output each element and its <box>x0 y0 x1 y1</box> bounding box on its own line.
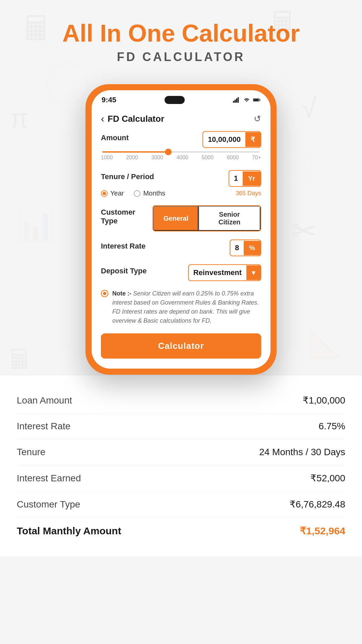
interest-rate-label: Interest Rate <box>101 242 145 251</box>
deposit-type-chevron-icon: ▾ <box>246 265 260 280</box>
result-loan-amount: Loan Amount ₹1,00,000 <box>17 387 345 414</box>
results-section: Loan Amount ₹1,00,000 Interest Rate 6.75… <box>0 375 362 556</box>
senior-citizen-button[interactable]: Senior Citizen <box>198 206 260 231</box>
tenure-radio-group: Year Months 365 Days <box>101 190 261 197</box>
tenure-unit: Yr <box>243 171 260 186</box>
svg-rect-11 <box>235 100 236 103</box>
header: All In One Calculator FD CALCULATOR <box>0 0 362 74</box>
result-interest-rate-label: Interest Rate <box>17 421 70 432</box>
back-button[interactable]: ‹ FD Calculator <box>101 113 164 124</box>
tenure-value: 1 <box>229 171 243 186</box>
svg-rect-10 <box>233 101 234 103</box>
svg-rect-17 <box>260 100 260 101</box>
tenure-field-row: Tenure / Period 1 Yr Year <box>101 170 261 197</box>
result-customer-type: Customer Type ₹6,76,829.48 <box>17 491 345 518</box>
general-button[interactable]: General <box>153 206 198 231</box>
app-content: ‹ FD Calculator ↺ Amount 10,00,000 ₹ <box>92 107 270 369</box>
phone-notch <box>165 96 185 104</box>
refresh-button[interactable]: ↺ <box>254 114 261 124</box>
deposit-type-row: Deposit Type Reinvestment ▾ <box>101 264 261 281</box>
note-box: Note :- Senior Citizen will earn 0.25% t… <box>101 289 261 325</box>
loan-amount-label: Loan Amount <box>17 395 72 406</box>
app-title: All In One Calculator <box>13 20 349 47</box>
interest-rate-row: Interest Rate 8 % <box>101 239 261 256</box>
loan-amount-value: ₹1,00,000 <box>303 395 345 406</box>
wifi-icon <box>243 96 250 104</box>
result-total-label: Total Manthly Amount <box>17 525 121 537</box>
amount-field-row: Amount 10,00,000 ₹ 1000 <box>101 131 261 162</box>
result-customer-type-value: ₹6,76,829.48 <box>290 499 345 510</box>
result-tenure-label: Tenure <box>17 447 46 458</box>
calculate-button[interactable]: Calculator <box>101 333 261 359</box>
status-icons <box>233 96 260 104</box>
signal-icon <box>233 96 240 104</box>
amount-slider[interactable]: 1000 2000 3000 4000 5000 6000 70+ <box>101 148 261 162</box>
phone-inner-screen: 9:45 <box>92 90 270 369</box>
result-total-value: ₹1,52,964 <box>300 525 345 537</box>
nav-title: FD Calculator <box>108 114 164 124</box>
svg-point-14 <box>246 101 247 102</box>
slider-track <box>102 151 260 153</box>
deposit-type-label: Deposit Type <box>101 267 147 275</box>
slider-thumb <box>165 149 172 155</box>
result-interest-earned-label: Interest Earned <box>17 473 81 484</box>
nav-bar: ‹ FD Calculator ↺ <box>101 107 261 131</box>
result-interest-rate: Interest Rate 6.75% <box>17 414 345 439</box>
result-interest-earned: Interest Earned ₹52,000 <box>17 465 345 491</box>
amount-unit: ₹ <box>245 132 260 147</box>
deposit-type-value: Reinvestment <box>189 265 246 280</box>
interest-rate-unit: % <box>244 241 260 255</box>
year-radio-label: Year <box>110 190 124 197</box>
note-prefix: Note :- <box>112 290 131 297</box>
year-radio-outer <box>101 190 108 197</box>
result-tenure: Tenure 24 Months / 30 Days <box>17 439 345 465</box>
note-dot <box>103 292 106 295</box>
svg-rect-12 <box>236 99 237 103</box>
deposit-type-dropdown[interactable]: Reinvestment ▾ <box>188 264 261 281</box>
note-body: Senior Citizen will earn 0.25% to 0.75% … <box>112 290 259 324</box>
customer-type-row: Customer Type General Senior Citizen <box>101 205 261 231</box>
svg-rect-13 <box>238 97 239 103</box>
year-radio[interactable]: Year <box>101 190 124 197</box>
note-text: Note :- Senior Citizen will earn 0.25% t… <box>112 289 261 325</box>
days-hint: 365 Days <box>236 190 261 197</box>
interest-rate-value: 8 <box>230 240 244 256</box>
back-arrow-icon: ‹ <box>101 113 104 124</box>
status-time: 9:45 <box>102 96 116 104</box>
customer-type-label: Customer Type <box>101 208 153 225</box>
amount-input-box[interactable]: 10,00,000 ₹ <box>202 131 261 148</box>
result-customer-type-label: Customer Type <box>17 499 80 510</box>
phone-mockup: 9:45 <box>0 84 362 375</box>
page-subtitle: FD CALCULATOR <box>13 50 349 64</box>
months-radio-outer <box>134 190 140 197</box>
note-icon <box>101 290 108 297</box>
months-radio-label: Months <box>143 190 165 197</box>
result-interest-earned-value: ₹52,000 <box>310 473 345 484</box>
result-interest-rate-value: 6.75% <box>319 421 345 432</box>
amount-value: 10,00,000 <box>203 132 245 147</box>
result-total-monthly: Total Manthly Amount ₹1,52,964 <box>17 518 345 544</box>
months-radio[interactable]: Months <box>134 190 165 197</box>
svg-rect-16 <box>253 99 259 101</box>
tenure-label: Tenure / Period <box>101 172 154 181</box>
phone-outer-frame: 9:45 <box>85 84 277 375</box>
year-radio-dot <box>103 192 106 195</box>
customer-type-toggle[interactable]: General Senior Citizen <box>153 205 261 231</box>
battery-icon <box>253 96 260 104</box>
slider-labels: 1000 2000 3000 4000 5000 6000 70+ <box>101 155 261 161</box>
status-bar: 9:45 <box>92 90 270 107</box>
interest-rate-input-box[interactable]: 8 % <box>230 239 261 256</box>
tenure-input-box[interactable]: 1 Yr <box>229 170 261 187</box>
result-tenure-value: 24 Months / 30 Days <box>259 447 345 458</box>
slider-fill <box>102 151 168 153</box>
amount-label: Amount <box>101 133 129 142</box>
